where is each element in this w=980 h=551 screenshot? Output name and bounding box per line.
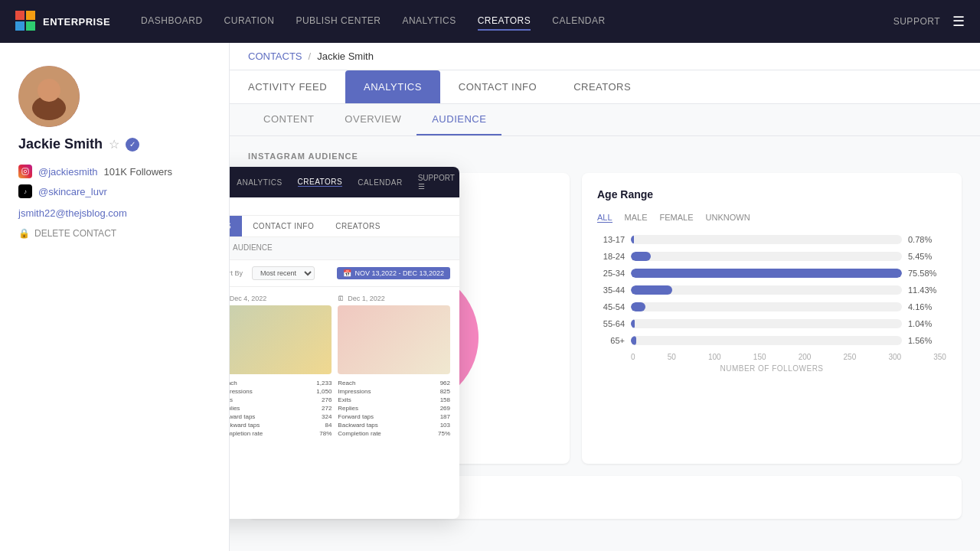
support-button[interactable]: SUPPORT bbox=[893, 16, 940, 27]
instagram-handle[interactable]: @jackiesmith bbox=[38, 166, 98, 178]
nav-dashboard[interactable]: DASHBOARD bbox=[141, 12, 203, 31]
sw-tab-creators[interactable]: CREATORS bbox=[325, 216, 391, 236]
age-tab-male[interactable]: MALE bbox=[625, 213, 648, 223]
profile-panel: Jackie Smith ☆ ✓ @jackiesmith 101K Follo… bbox=[0, 43, 230, 551]
age-bars: 13-17 0.78% 18-24 5.45% 25-34 75.58% 35-… bbox=[597, 235, 946, 345]
age-bar-fill bbox=[631, 319, 635, 328]
breadcrumb-current: Jackie Smith bbox=[317, 51, 374, 62]
breadcrumb-parent[interactable]: CONTACTS bbox=[248, 51, 302, 62]
nav-links: DASHBOARD CURATION PUBLISH CENTER ANALYT… bbox=[141, 12, 893, 31]
tab-content[interactable]: CONTENT bbox=[248, 104, 329, 135]
age-tab-all[interactable]: ALL bbox=[597, 213, 612, 223]
tab-analytics[interactable]: ANALYTICS bbox=[345, 70, 440, 103]
sw-post-2: 🗓 Dec 4, 2022 Reach1,233 Impressions1,05… bbox=[220, 295, 332, 438]
tab-overview[interactable]: OVERVIEW bbox=[329, 104, 416, 135]
age-range-label: 65+ bbox=[597, 336, 625, 345]
sw-nav-creators[interactable]: CREATORS bbox=[298, 178, 343, 187]
main-container: Jackie Smith ☆ ✓ @jackiesmith 101K Follo… bbox=[0, 43, 980, 551]
delete-contact-button[interactable]: 🔒 DELETE CONTACT bbox=[18, 228, 211, 239]
age-bar-track bbox=[631, 269, 902, 278]
age-range-label: 55-64 bbox=[597, 319, 625, 328]
secondary-tabs: CONTENT OVERVIEW AUDIENCE bbox=[230, 104, 980, 136]
svg-point-6 bbox=[38, 79, 60, 102]
age-range-label: 13-17 bbox=[597, 235, 625, 244]
age-range-label: 35-44 bbox=[597, 285, 625, 295]
nav-calendar[interactable]: CALENDAR bbox=[552, 12, 605, 31]
avatar-container bbox=[18, 66, 80, 127]
age-filter-tabs: ALL MALE FEMALE UNKNOWN bbox=[597, 213, 946, 223]
avatar-image bbox=[18, 66, 80, 127]
sw-support[interactable]: SUPPORT ☰ bbox=[418, 174, 455, 191]
profile-email[interactable]: jsmith22@thejsblog.com bbox=[18, 207, 211, 219]
breadcrumb-separator: / bbox=[309, 51, 312, 62]
age-bar-row: 35-44 11.43% bbox=[597, 285, 946, 295]
sw-date-button[interactable]: 📅 NOV 13,2022 - DEC 13,2022 bbox=[337, 267, 450, 279]
age-pct-label: 11.43% bbox=[908, 285, 946, 295]
instagram-followers: 101K Followers bbox=[104, 166, 173, 178]
age-pct-label: 75.58% bbox=[908, 269, 946, 278]
age-bar-fill bbox=[631, 235, 634, 244]
instagram-icon bbox=[18, 165, 32, 178]
nav-analytics[interactable]: ANALYTICS bbox=[402, 12, 456, 31]
sw-post-3-date: 🗓 Dec 1, 2022 bbox=[338, 295, 450, 302]
logo-area[interactable]: ENTERPRISE bbox=[15, 11, 110, 32]
brand-label: ENTERPRISE bbox=[43, 16, 110, 28]
instagram-row: @jackiesmith 101K Followers bbox=[18, 165, 211, 178]
tab-audience[interactable]: AUDIENCE bbox=[416, 104, 501, 135]
age-bar-track bbox=[631, 319, 902, 328]
svg-point-9 bbox=[27, 169, 28, 170]
age-bar-fill bbox=[631, 252, 651, 261]
age-range-label: 45-54 bbox=[597, 302, 625, 311]
profile-name: Jackie Smith bbox=[18, 136, 103, 152]
svg-rect-3 bbox=[26, 21, 35, 31]
age-bar-fill bbox=[631, 302, 645, 311]
verified-icon: ✓ bbox=[126, 138, 139, 152]
star-icon[interactable]: ☆ bbox=[109, 137, 119, 152]
age-bar-row: 25-34 75.58% bbox=[597, 269, 946, 278]
tab-activity-feed[interactable]: ACTIVITY FEED bbox=[230, 70, 345, 103]
tab-contact-info[interactable]: CONTACT INFO bbox=[440, 70, 555, 103]
tab-creators[interactable]: CREATORS bbox=[555, 70, 649, 103]
nav-right: SUPPORT ☰ bbox=[893, 13, 965, 30]
axis-title: NUMBER OF FOLLOWERS bbox=[597, 364, 946, 373]
sw-nav-analytics[interactable]: ANALYTICS bbox=[237, 178, 282, 187]
primary-tabs: ACTIVITY FEED ANALYTICS CONTACT INFO CRE… bbox=[230, 70, 980, 104]
age-bar-row: 18-24 5.45% bbox=[597, 252, 946, 261]
delete-icon: 🔒 bbox=[18, 228, 30, 239]
hamburger-icon[interactable]: ☰ bbox=[952, 13, 965, 30]
sw-tab-contact-info[interactable]: CONTACT INFO bbox=[242, 216, 325, 236]
sw-date-label: NOV 13,2022 - DEC 13,2022 bbox=[354, 269, 444, 277]
sw-post-3: 🗓 Dec 1, 2022 Reach962 Impressions825 Ex… bbox=[338, 295, 450, 438]
age-range-label: 25-34 bbox=[597, 269, 625, 278]
age-bar-row: 65+ 1.56% bbox=[597, 336, 946, 345]
tiktok-row: ♪ @skincare_luvr bbox=[18, 184, 211, 198]
age-bar-track bbox=[631, 285, 902, 295]
sw-post-3-image bbox=[338, 305, 450, 374]
sw-post-2-image bbox=[220, 305, 332, 374]
age-range-card: Age Range ALL MALE FEMALE UNKNOWN 13-17 … bbox=[582, 173, 962, 464]
avatar bbox=[18, 66, 80, 127]
age-bar-track bbox=[631, 235, 902, 244]
nav-publish-center[interactable]: PUBLISH CENTER bbox=[296, 12, 381, 31]
instagram-audience-label: INSTAGRAM AUDIENCE bbox=[248, 152, 962, 161]
calendar-icon: 📅 bbox=[343, 269, 351, 277]
age-tab-female[interactable]: FEMALE bbox=[660, 213, 694, 223]
svg-rect-1 bbox=[26, 11, 35, 20]
nav-curation[interactable]: CURATION bbox=[224, 12, 275, 31]
profile-name-row: Jackie Smith ☆ ✓ bbox=[18, 136, 211, 152]
age-tab-unknown[interactable]: UNKNOWN bbox=[706, 213, 750, 223]
sw-tab-audience[interactable]: AUDIENCE bbox=[222, 237, 283, 259]
age-range-title: Age Range bbox=[597, 188, 946, 201]
top-navigation: ENTERPRISE DASHBOARD CURATION PUBLISH CE… bbox=[0, 0, 980, 43]
tiktok-handle[interactable]: @skincare_luvr bbox=[38, 186, 107, 197]
sw-post-2-stats: Reach1,233 Impressions1,050 Exits276 Rep… bbox=[220, 379, 332, 438]
age-bar-fill bbox=[631, 269, 902, 278]
age-bar-row: 55-64 1.04% bbox=[597, 319, 946, 328]
age-bar-fill bbox=[631, 336, 636, 345]
svg-rect-7 bbox=[22, 168, 28, 174]
nav-creators[interactable]: CREATORS bbox=[478, 12, 531, 31]
sw-nav-calendar[interactable]: CALENDAR bbox=[358, 178, 402, 187]
age-bar-track bbox=[631, 336, 902, 345]
sw-sort-select[interactable]: Most recent bbox=[252, 266, 315, 280]
age-pct-label: 4.16% bbox=[908, 302, 946, 311]
